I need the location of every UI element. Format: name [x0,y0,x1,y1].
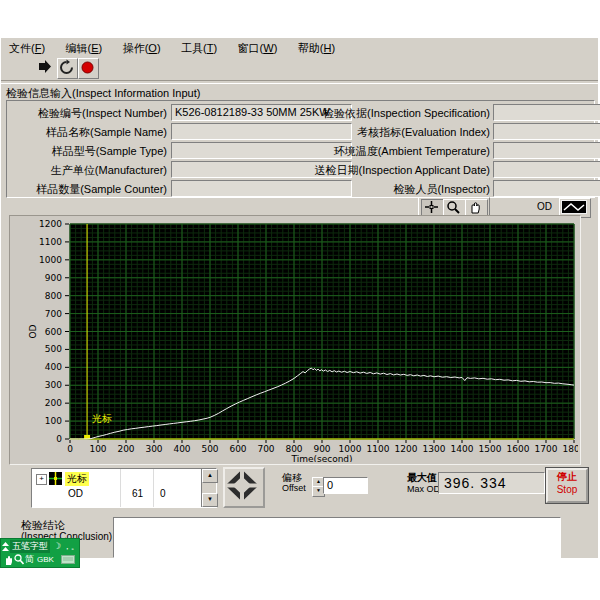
svg-text:1800: 1800 [563,444,578,454]
red-circle-icon [79,59,96,76]
menu-help[interactable]: 帮助(H) [290,39,343,56]
cursor-y-value: 0 [160,488,166,499]
svg-text:Time(second): Time(second) [290,454,352,462]
svg-text:OD: OD [28,324,38,338]
ambient-temperature-input[interactable] [493,142,600,159]
menu-operate[interactable]: 操作(O) [115,39,169,56]
svg-text:0: 0 [56,434,62,444]
cursor-panel-scrollbar[interactable]: ▲ ▼ [201,469,216,507]
svg-text:700: 700 [45,309,62,319]
scroll-up-icon[interactable]: ▲ [202,469,218,483]
svg-text:600: 600 [45,327,62,337]
svg-text:700: 700 [257,444,274,454]
ime-encoding-button[interactable]: GBK [37,553,54,566]
circular-arrows-icon [58,59,75,76]
toolbar-separator [1,80,598,84]
sample-type-label: 样品型号(Sample Type) [17,144,167,159]
inspector-label: 检验人员(Inspector) [282,182,490,197]
evaluation-index-label: 考核指标(Evaluation Index) [282,125,490,140]
svg-text:1100: 1100 [367,444,390,454]
svg-text:300: 300 [145,444,162,454]
offset-label-en: Offset [282,483,306,493]
inspection-date-input[interactable] [493,161,600,178]
column-separator [153,469,154,507]
plot-line-style-icon [561,200,587,214]
svg-text:1500: 1500 [479,444,502,454]
cursor-mover-button[interactable] [223,467,265,508]
inspection-date-label: 送检日期(Inspection Applicant Date) [282,163,490,178]
cursor-x-value: 61 [132,488,143,499]
ambient-temperature-label: 环境温度(Ambient Temperature) [282,144,490,159]
sample-counter-label: 样品数量(Sample Counter) [17,182,167,197]
svg-text:500: 500 [45,344,62,354]
manufacturer-label: 生产单位(Manufacturer) [17,163,167,178]
plot-legend-label: OD [537,201,552,212]
max-od-display: 396. 334 [438,472,545,494]
svg-text:1700: 1700 [535,444,558,454]
svg-text:1400: 1400 [451,444,474,454]
inspection-spec-label: 检验依据(Inspection Specification) [282,106,490,121]
cursor-name-cell[interactable]: 光标 [65,472,89,486]
application-window: 文件(F) 编辑(E) 操作(O) 工具(T) 窗口(W) 帮助(H) [0,37,598,558]
svg-text:400: 400 [173,444,190,454]
ime-magnifier-icon[interactable] [14,554,24,565]
diamond-dpad-icon [225,469,259,502]
svg-text:500: 500 [201,444,218,454]
toolbar [1,56,598,80]
inspect-info-form: 检验编号(Inspect Number) K526-0812189-33 50M… [6,100,595,198]
menu-tools[interactable]: 工具(T) [173,39,225,56]
ime-punctuation-button[interactable]: ，。 [63,540,79,553]
evaluation-index-input[interactable] [493,123,600,140]
svg-text:1200: 1200 [39,219,62,229]
svg-text:100: 100 [45,416,62,426]
ime-collapse-icon[interactable] [2,542,9,551]
ime-fullwidth-icon[interactable]: ☽ [53,540,61,553]
menu-window[interactable]: 窗口(W) [230,39,286,56]
svg-text:1100: 1100 [39,237,62,247]
svg-text:200: 200 [117,444,134,454]
ime-toolbar: 五笔字型 ☽ ，。 简 GBK [0,538,80,568]
svg-text:100: 100 [89,444,106,454]
svg-text:400: 400 [45,362,62,372]
cursor-series-cell: OD [68,488,83,499]
svg-text:300: 300 [45,380,62,390]
conclusion-textarea[interactable] [113,517,561,558]
svg-text:1300: 1300 [423,444,446,454]
svg-text:800: 800 [45,291,62,301]
magnifier-icon [444,200,463,214]
menu-file[interactable]: 文件(F) [1,39,53,56]
max-od-label-en: Max OD [407,484,440,494]
svg-text:900: 900 [313,444,330,454]
ime-method-button[interactable]: 五笔字型 [10,540,50,553]
offset-input[interactable]: 0 [323,477,368,494]
cursor-legend-panel: + 光标 OD 61 0 ▲ ▼ [31,468,217,508]
ime-hand-icon[interactable] [3,554,13,565]
menu-bar: 文件(F) 编辑(E) 操作(O) 工具(T) 窗口(W) 帮助(H) [1,38,598,56]
svg-text:600: 600 [229,444,246,454]
inspect-number-label: 检验编号(Inspect Number) [17,106,167,121]
svg-text:1200: 1200 [395,444,418,454]
svg-text:光标: 光标 [92,413,112,424]
tree-expander-icon[interactable]: + [36,474,47,485]
stop-button[interactable]: 停止 Stop [546,468,588,503]
section-title: 检验信息输入(Inspect Information Input) [6,86,200,101]
screenshot-root: 文件(F) 编辑(E) 操作(O) 工具(T) 窗口(W) 帮助(H) [0,0,600,600]
crosshair-icon [422,200,441,214]
inspection-spec-input[interactable] [493,104,600,121]
svg-text:800: 800 [285,444,302,454]
ime-simplified-button[interactable]: 简 [25,553,34,566]
menu-edit[interactable]: 编辑(E) [58,39,111,56]
svg-text:1000: 1000 [39,255,62,265]
run-button[interactable] [36,58,55,77]
od-chart-plot[interactable]: 0100200300400500600700800900100011001200… [10,216,578,462]
max-od-label-cn: 最大值 [407,471,437,485]
hand-icon [466,200,485,214]
od-chart-panel: 0100200300400500600700800900100011001200… [9,215,581,465]
svg-text:200: 200 [45,398,62,408]
continuous-run-button[interactable] [57,58,78,79]
ime-keyboard-icon[interactable] [61,555,75,564]
abort-button[interactable] [78,58,99,79]
scroll-down-icon[interactable]: ▼ [202,493,218,507]
inspector-input[interactable] [493,180,600,197]
sample-name-label: 样品名称(Sample Name) [17,125,167,140]
